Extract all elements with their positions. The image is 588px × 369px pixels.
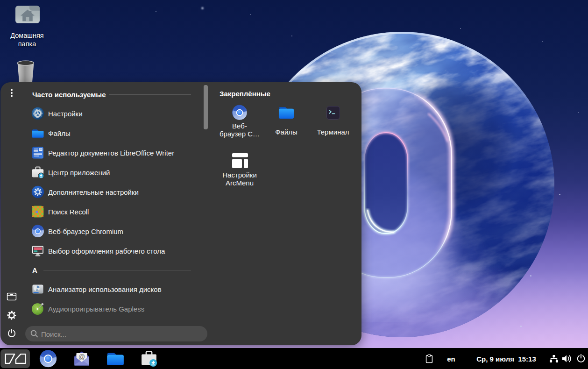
svg-text:@: @: [78, 353, 85, 361]
